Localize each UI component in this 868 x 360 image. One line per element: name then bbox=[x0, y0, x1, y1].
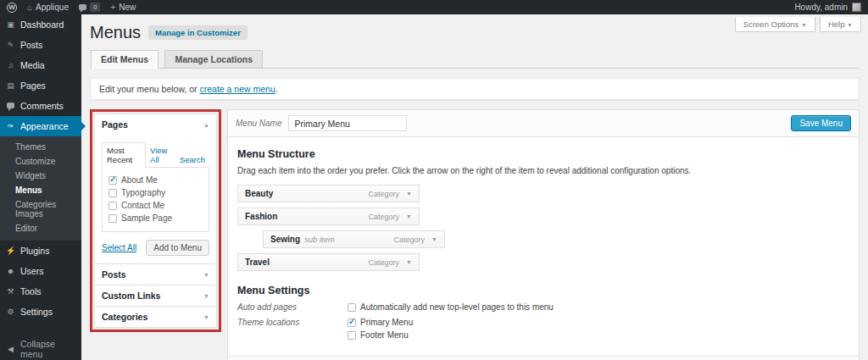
checkbox-sample-page[interactable] bbox=[108, 214, 117, 223]
edit-menu-notice: Edit your menu below, or create a new me… bbox=[90, 78, 860, 100]
wp-logo-menu[interactable]: W bbox=[7, 3, 17, 13]
avatar[interactable] bbox=[852, 3, 861, 12]
pages-panel-header[interactable]: Pages ▲ bbox=[95, 114, 216, 135]
submenu-item-themes[interactable]: Themes bbox=[0, 140, 81, 154]
pages-tab-view-all[interactable]: View All bbox=[146, 143, 175, 167]
menu-items-accordion: Pages ▲ Most Recent View All Search Abou… bbox=[94, 114, 217, 328]
categories-panel-header[interactable]: Categories ▼ bbox=[95, 306, 216, 327]
comments-menu[interactable]: 0 bbox=[79, 3, 100, 12]
submenu-item-editor[interactable]: Editor bbox=[0, 221, 81, 235]
page-checkbox-row[interactable]: Typography bbox=[108, 186, 203, 199]
manage-in-customizer-button[interactable]: Manage in Customizer bbox=[148, 25, 248, 40]
chevron-up-icon: ▲ bbox=[203, 122, 209, 128]
howdy-account-menu[interactable]: Howdy, admin bbox=[794, 3, 848, 12]
sidebar-item-label: Collapse menu bbox=[20, 339, 75, 359]
sidebar-item-label: Plugins bbox=[20, 246, 49, 256]
location-primary-menu[interactable]: Primary Menu bbox=[348, 318, 413, 327]
sidebar-item-label: Settings bbox=[20, 307, 53, 317]
auto-add-option[interactable]: Automatically add new top-level pages to… bbox=[348, 302, 554, 312]
menu-item-sewing[interactable]: Sewingsub item Category ▼ bbox=[263, 230, 445, 248]
checkbox-contact-me[interactable] bbox=[108, 202, 117, 210]
menu-item-fashion[interactable]: Fashion Category ▼ bbox=[237, 208, 420, 225]
media-icon: ♫ bbox=[6, 61, 15, 69]
help-button[interactable]: Help ▼ bbox=[820, 17, 861, 32]
chevron-down-icon[interactable]: ▼ bbox=[406, 213, 412, 219]
comment-bubble-icon bbox=[79, 4, 86, 10]
sidebar-item-tools[interactable]: ⚒ Tools bbox=[0, 281, 81, 302]
pages-tab-search[interactable]: Search bbox=[175, 152, 209, 167]
auto-add-pages-label: Auto add pages bbox=[237, 302, 348, 312]
settings-icon: ⚙ bbox=[6, 307, 15, 316]
chevron-down-icon[interactable]: ▼ bbox=[431, 236, 437, 242]
menu-item-travel[interactable]: Travel Category ▼ bbox=[237, 253, 420, 271]
tab-manage-locations[interactable]: Manage Locations bbox=[164, 50, 263, 68]
chevron-down-icon: ▼ bbox=[847, 22, 853, 28]
sidebar-item-plugins[interactable]: ⚡ Plugins bbox=[0, 241, 81, 261]
sidebar-item-label: Users bbox=[20, 266, 43, 276]
posts-panel-header[interactable]: Posts ▼ bbox=[95, 263, 216, 285]
chevron-down-icon: ▼ bbox=[203, 293, 209, 299]
checkbox-typography[interactable] bbox=[108, 189, 117, 197]
sidebar-item-comments[interactable]: Comments bbox=[0, 96, 81, 116]
sidebar-item-settings[interactable]: ⚙ Settings bbox=[0, 302, 81, 322]
sidebar-item-label: Dashboard bbox=[20, 19, 64, 30]
checkbox-auto-add[interactable] bbox=[348, 303, 356, 312]
checkbox-label: Typography bbox=[121, 188, 165, 197]
menu-item-label: Beauty bbox=[245, 189, 273, 198]
comments-count: 0 bbox=[90, 3, 100, 12]
sidebar-item-pages[interactable]: ▤ Pages bbox=[0, 75, 81, 96]
plus-icon: + bbox=[110, 3, 115, 12]
new-label: New bbox=[119, 3, 136, 12]
tab-edit-menus[interactable]: Edit Menus bbox=[91, 50, 159, 69]
nav-tabs: Edit Menus Manage Locations bbox=[90, 50, 860, 69]
checkbox-about-me[interactable] bbox=[108, 176, 117, 185]
submenu-item-customize[interactable]: Customize bbox=[0, 154, 81, 169]
menu-item-label: Fashion bbox=[245, 212, 277, 221]
menu-name-input[interactable] bbox=[288, 115, 407, 131]
page-checkbox-row[interactable]: Contact Me bbox=[108, 199, 203, 212]
custom-links-panel-title: Custom Links bbox=[102, 291, 160, 301]
submenu-item-widgets[interactable]: Widgets bbox=[0, 169, 81, 183]
checkbox-footer-menu[interactable] bbox=[348, 331, 356, 340]
comments-icon bbox=[6, 102, 15, 110]
notice-suffix: . bbox=[275, 84, 278, 94]
plugins-icon: ⚡ bbox=[6, 246, 15, 255]
appearance-submenu: Themes Customize Widgets Menus Categorie… bbox=[0, 136, 81, 241]
chevron-down-icon[interactable]: ▼ bbox=[406, 259, 412, 265]
menu-name-label: Menu Name bbox=[236, 119, 281, 128]
sub-item-note: sub item bbox=[304, 235, 335, 244]
sidebar-item-label: Pages bbox=[20, 80, 46, 91]
submenu-item-categories-images[interactable]: Categories Images bbox=[0, 197, 81, 221]
tools-icon: ⚒ bbox=[6, 287, 15, 296]
save-menu-button-top[interactable]: Save Menu bbox=[791, 115, 851, 131]
pages-panel-title: Pages bbox=[102, 119, 128, 130]
checkbox-label: About Me bbox=[121, 175, 158, 185]
screen-options-button[interactable]: Screen Options ▼ bbox=[735, 17, 815, 32]
select-all-link[interactable]: Select All bbox=[102, 243, 136, 252]
new-content-menu[interactable]: + New bbox=[110, 3, 136, 12]
menu-name-row: Menu Name Save Menu bbox=[228, 110, 859, 137]
sidebar-item-media[interactable]: ♫ Media bbox=[0, 55, 81, 75]
wordpress-icon: W bbox=[7, 3, 17, 13]
submenu-item-menus[interactable]: Menus bbox=[0, 183, 81, 197]
sidebar-item-appearance[interactable]: ✑ Appearance bbox=[0, 116, 81, 136]
custom-links-panel-header[interactable]: Custom Links ▼ bbox=[95, 285, 216, 306]
sidebar-item-dashboard[interactable]: ▣ Dashboard bbox=[0, 14, 81, 35]
menu-item-beauty[interactable]: Beauty Category ▼ bbox=[237, 185, 420, 202]
collapse-menu-button[interactable]: ◀ Collapse menu bbox=[0, 334, 81, 360]
create-new-menu-link[interactable]: create a new menu bbox=[199, 84, 275, 94]
site-name-menu[interactable]: ⌂ Applique bbox=[27, 3, 69, 12]
checkbox-label: Sample Page bbox=[121, 213, 172, 223]
chevron-down-icon[interactable]: ▼ bbox=[406, 191, 412, 197]
add-to-menu-button[interactable]: Add to Menu bbox=[146, 240, 209, 256]
admin-bar: W ⌂ Applique 0 + New Howdy, admin bbox=[0, 0, 868, 14]
page-checkbox-row[interactable]: Sample Page bbox=[108, 212, 203, 224]
sidebar-item-posts[interactable]: ✎ Posts bbox=[0, 35, 81, 55]
page-checkbox-row[interactable]: About Me bbox=[108, 174, 203, 186]
users-icon: ☻ bbox=[6, 267, 15, 275]
pages-tab-most-recent[interactable]: Most Recent bbox=[102, 142, 146, 168]
sidebar-item-users[interactable]: ☻ Users bbox=[0, 261, 81, 281]
location-footer-menu[interactable]: Footer Menu bbox=[348, 330, 413, 340]
checkbox-primary-menu[interactable] bbox=[348, 318, 356, 327]
checkbox-label: Automatically add new top-level pages to… bbox=[360, 302, 554, 312]
